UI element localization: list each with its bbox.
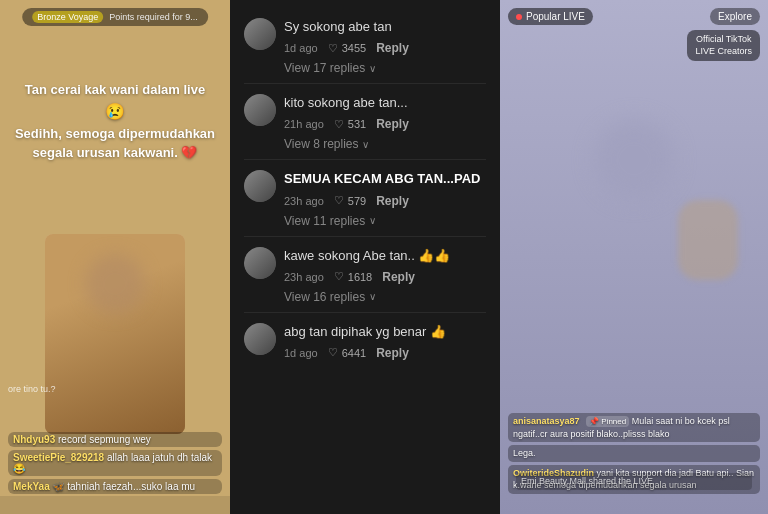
explore-badge: Explore xyxy=(710,8,760,25)
comment-time: 23h ago xyxy=(284,195,324,207)
view-replies-label: View 8 replies xyxy=(284,137,358,151)
person-image xyxy=(45,234,185,434)
right-panel: Popular LIVE Explore Official TikTok LIV… xyxy=(500,0,768,514)
popular-live-badge: Popular LIVE xyxy=(508,8,593,25)
avatar xyxy=(244,323,276,355)
reply-button[interactable]: Reply xyxy=(376,194,409,208)
top-tags: Popular LIVE Explore xyxy=(508,8,760,25)
comment-likes: ♡ 1618 xyxy=(334,270,372,283)
chevron-down-icon: ∨ xyxy=(362,139,369,150)
likes-count: 3455 xyxy=(342,42,366,54)
chat-user: SweetiePie_829218 xyxy=(13,452,104,463)
chat-user: MekYaa 🦋 xyxy=(13,481,64,492)
view-replies-label: View 16 replies xyxy=(284,290,365,304)
comment-text: kito sokong abe tan... xyxy=(284,94,486,112)
overlay-text: Tan cerai kak wani dalam live 😢 Sedihh, … xyxy=(0,80,230,163)
chat-message: record sepmung wey xyxy=(58,434,151,445)
likes-count: 6441 xyxy=(342,347,366,359)
official-tiktok-badge: Official TikTok LIVE Creators xyxy=(687,30,760,61)
comments-list[interactable]: Sy sokong abe tan 1d ago ♡ 3455 Reply Vi… xyxy=(230,0,500,514)
popular-live-label: Popular LIVE xyxy=(526,11,585,22)
likes-count: 579 xyxy=(348,195,366,207)
view-replies-button[interactable]: View 17 replies ∨ xyxy=(284,61,486,83)
chat-user: Nhdyu93 xyxy=(13,434,55,445)
comment-main: abg tan dipihak yg benar 👍 1d ago ♡ 6441… xyxy=(244,323,486,360)
badge-label: Bronze Voyage xyxy=(32,11,103,23)
comment-body: abg tan dipihak yg benar 👍 1d ago ♡ 6441… xyxy=(284,323,486,360)
center-panel: Sy sokong abe tan 1d ago ♡ 3455 Reply Vi… xyxy=(230,0,500,514)
avatar-img xyxy=(244,170,276,202)
comment-likes: ♡ 531 xyxy=(334,118,366,131)
view-replies-label: View 17 replies xyxy=(284,61,365,75)
comment-main: kawe sokong Abe tan.. 👍👍 23h ago ♡ 1618 … xyxy=(244,247,486,284)
chat-user: anisanatasya87 xyxy=(513,416,580,426)
heart-icon: ♡ xyxy=(334,118,344,131)
explore-label: Explore xyxy=(718,11,752,22)
view-replies-button[interactable]: View 8 replies ∨ xyxy=(284,137,486,159)
comment-text: abg tan dipihak yg benar 👍 xyxy=(284,323,486,341)
comment-time: 21h ago xyxy=(284,118,324,130)
table-row: kawe sokong Abe tan.. 👍👍 23h ago ♡ 1618 … xyxy=(230,237,500,312)
list-item: MekYaa 🦋 tahniah faezah...suko laa mu xyxy=(8,479,222,494)
table-row: kito sokong abe tan... 21h ago ♡ 531 Rep… xyxy=(230,84,500,159)
comment-text: SEMUA KECAM ABG TAN...PAD xyxy=(284,170,486,188)
likes-count: 531 xyxy=(348,118,366,130)
heart-icon: ♡ xyxy=(328,346,338,359)
comment-meta: 21h ago ♡ 531 Reply xyxy=(284,117,486,131)
comment-likes: ♡ 3455 xyxy=(328,42,366,55)
comment-meta: 23h ago ♡ 579 Reply xyxy=(284,194,486,208)
reply-button[interactable]: Reply xyxy=(382,270,415,284)
comment-text: Sy sokong abe tan xyxy=(284,18,486,36)
avatar-img xyxy=(244,18,276,50)
comment-body: Sy sokong abe tan 1d ago ♡ 3455 Reply xyxy=(284,18,486,55)
chat-message: Lega. xyxy=(513,448,536,458)
live-dot xyxy=(516,14,522,20)
comment-body: kito sokong abe tan... 21h ago ♡ 531 Rep… xyxy=(284,94,486,131)
chevron-down-icon: ∨ xyxy=(369,63,376,74)
heart-icon: ♡ xyxy=(334,270,344,283)
reply-button[interactable]: Reply xyxy=(376,117,409,131)
chat-overlay-left: Nhdyu93 record sepmung wey SweetiePie_82… xyxy=(8,432,222,494)
reply-button[interactable]: Reply xyxy=(376,41,409,55)
avatar xyxy=(244,247,276,279)
avatar-img xyxy=(244,94,276,126)
heart-icon: ♡ xyxy=(328,42,338,55)
view-replies-label: View 11 replies xyxy=(284,214,365,228)
comment-time: 1d ago xyxy=(284,347,318,359)
official-tiktok-line2: LIVE Creators xyxy=(695,46,752,58)
table-row: abg tan dipihak yg benar 👍 1d ago ♡ 6441… xyxy=(230,313,500,360)
reply-button[interactable]: Reply xyxy=(376,346,409,360)
pinned-badge: 📌 Pinned xyxy=(586,416,629,427)
shared-live-notice: Emi Beauty Mall shared the LIVE xyxy=(516,473,752,490)
avatar xyxy=(244,170,276,202)
bottom-bar xyxy=(0,496,230,514)
comment-time: 23h ago xyxy=(284,271,324,283)
table-row: Sy sokong abe tan 1d ago ♡ 3455 Reply Vi… xyxy=(230,8,500,83)
comment-main: kito sokong abe tan... 21h ago ♡ 531 Rep… xyxy=(244,94,486,131)
likes-count: 1618 xyxy=(348,271,372,283)
overlay-line1: Tan cerai kak wani dalam live xyxy=(25,82,205,97)
blurred-face xyxy=(85,254,145,314)
shared-live-label: Emi Beauty Mall shared the LIVE xyxy=(521,476,653,486)
chevron-down-icon: ∨ xyxy=(369,215,376,226)
overlay-emoji: 😢 xyxy=(105,103,125,120)
small-label: ore tino tu.? xyxy=(8,384,56,394)
comment-body: SEMUA KECAM ABG TAN...PAD 23h ago ♡ 579 … xyxy=(284,170,486,207)
person-silhouette xyxy=(45,234,185,434)
chevron-down-icon: ∨ xyxy=(369,291,376,302)
comment-main: Sy sokong abe tan 1d ago ♡ 3455 Reply xyxy=(244,18,486,55)
table-row: SEMUA KECAM ABG TAN...PAD 23h ago ♡ 579 … xyxy=(230,160,500,235)
comment-meta: 23h ago ♡ 1618 Reply xyxy=(284,270,486,284)
view-replies-button[interactable]: View 11 replies ∨ xyxy=(284,214,486,236)
list-item: Nhdyu93 record sepmung wey xyxy=(8,432,222,447)
avatar-img xyxy=(244,323,276,355)
list-item: Lega. xyxy=(508,445,760,462)
points-text: Points required for 9... xyxy=(109,12,198,22)
comment-time: 1d ago xyxy=(284,42,318,54)
left-panel: Bronze Voyage Points required for 9... T… xyxy=(0,0,230,514)
heart-icon: ♡ xyxy=(334,194,344,207)
comment-text: kawe sokong Abe tan.. 👍👍 xyxy=(284,247,486,265)
view-replies-button[interactable]: View 16 replies ∨ xyxy=(284,290,486,312)
chat-overlay-right: anisanatasya87 📌 Pinned Mulai saat ni bo… xyxy=(508,413,760,494)
overlay-line2: Sedihh, semoga dipermudahkan segala urus… xyxy=(15,126,215,161)
